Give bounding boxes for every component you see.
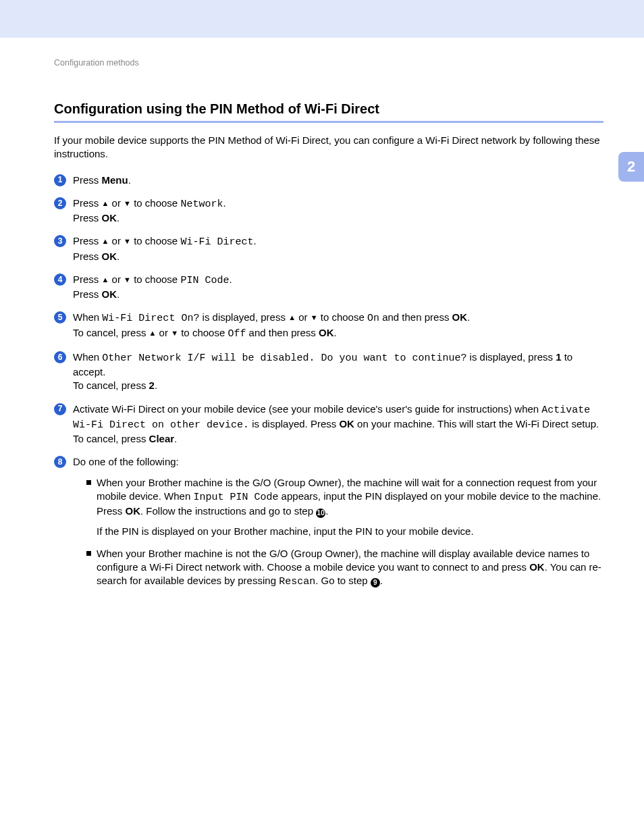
text: If the PIN is displayed on your Brother … (97, 525, 474, 537)
text: or (109, 273, 124, 285)
text: . (155, 380, 157, 391)
bold-ok: OK (452, 311, 468, 323)
text: . (380, 575, 383, 586)
text: . (128, 174, 131, 186)
bold-ok: OK (126, 505, 141, 517)
down-arrow-icon: ▼ (124, 199, 131, 207)
step-badge: 1 (54, 174, 66, 186)
step-7: 7 Activate Wi-Fi Direct on your mobile d… (54, 402, 603, 446)
sub-item: When your Brother machine is not the G/O… (86, 547, 603, 590)
step-body: Press ▲ or ▼ to choose Wi-Fi Direct. Pre… (73, 234, 603, 263)
text: When (73, 311, 102, 323)
mono-text: PIN Code (180, 275, 229, 286)
text: is displayed, press (466, 351, 556, 363)
step-badge: 3 (54, 235, 66, 247)
text: or (109, 197, 124, 209)
step-badge: 4 (54, 273, 66, 286)
text: or (296, 311, 311, 323)
step-3: 3 Press ▲ or ▼ to choose Wi-Fi Direct. P… (54, 234, 603, 263)
down-arrow-icon: ▼ (124, 276, 131, 284)
text: To cancel, press (73, 433, 149, 444)
page-content: Configuration methods Configuration usin… (0, 38, 644, 597)
bold-clear: Clear (149, 433, 175, 444)
text: Press (73, 197, 102, 209)
text: to choose (131, 273, 180, 285)
text: to choose (178, 327, 227, 338)
intro-text: If your mobile device supports the PIN M… (54, 134, 603, 161)
text: . Go to step (315, 575, 371, 586)
text: . (117, 212, 119, 224)
up-arrow-icon: ▲ (102, 237, 109, 245)
text: and then press (379, 311, 452, 323)
text: . (467, 311, 470, 323)
bold-menu: Menu (102, 174, 128, 186)
text: is displayed. Press (249, 418, 339, 429)
step-body: Activate Wi-Fi Direct on your mobile dev… (73, 402, 603, 446)
step-body: Do one of the following: When your Broth… (73, 455, 603, 597)
up-arrow-icon: ▲ (102, 199, 109, 207)
text: Press (73, 235, 102, 246)
text: . (223, 197, 225, 209)
step-body: When Wi-Fi Direct On? is displayed, pres… (73, 311, 603, 341)
sub-body: When your Brother machine is the G/O (Gr… (97, 476, 603, 539)
text: Press (73, 251, 102, 262)
bullet-icon (86, 480, 91, 485)
mono-text: Network (180, 199, 223, 210)
text: When (73, 351, 102, 363)
bold-ok: OK (102, 212, 117, 224)
down-arrow-icon: ▼ (311, 313, 318, 321)
step-8: 8 Do one of the following: When your Bro… (54, 455, 603, 597)
step-ref-badge: 10 (316, 509, 325, 518)
text: Press (73, 212, 102, 224)
bold-one: 1 (556, 351, 561, 363)
up-arrow-icon: ▲ (149, 329, 157, 337)
section-tab: 2 (618, 152, 644, 182)
text: is displayed, press (199, 311, 288, 323)
mono-text: Off (227, 328, 246, 340)
text: . (117, 251, 119, 262)
step-badge: 5 (54, 311, 66, 323)
step-badge: 8 (54, 456, 66, 468)
text: When your Brother machine is not the G/O… (97, 548, 589, 573)
bold-ok: OK (529, 561, 545, 573)
text: Press (73, 288, 102, 300)
step-1: 1 Press Menu. (54, 174, 603, 187)
step-body: Press ▲ or ▼ to choose PIN Code. Press O… (73, 273, 603, 302)
step-6: 6 When Other Network I/F will be disable… (54, 350, 603, 393)
text: Press (73, 174, 102, 186)
text: to choose (131, 197, 180, 209)
text: . Follow the instructions and go to step (140, 505, 316, 517)
bold-two: 2 (149, 380, 155, 391)
page-title: Configuration using the PIN Method of Wi… (54, 101, 603, 117)
step-badge: 7 (54, 403, 66, 415)
text: . (174, 433, 177, 444)
text: on your machine. This will start the Wi-… (354, 418, 599, 429)
text: Do one of the following: (73, 456, 179, 467)
text: . (117, 288, 119, 300)
bold-ok: OK (102, 251, 117, 262)
title-rule (54, 121, 603, 123)
up-arrow-icon: ▲ (102, 276, 109, 284)
text: . (253, 235, 256, 246)
step-ref-badge: 9 (371, 578, 380, 588)
sub-item: When your Brother machine is the G/O (Gr… (86, 476, 603, 539)
step-2: 2 Press ▲ or ▼ to choose Network. Press … (54, 197, 603, 226)
text: . (325, 505, 328, 517)
text: to choose (318, 311, 367, 323)
mono-text: Wi-Fi Direct (180, 236, 253, 248)
text: to choose (131, 235, 180, 246)
text: or (109, 235, 124, 246)
step-body: Press ▲ or ▼ to choose Network. Press OK… (73, 197, 603, 226)
sublist: When your Brother machine is the G/O (Gr… (73, 476, 603, 590)
step-body: When Other Network I/F will be disabled.… (73, 350, 603, 393)
bold-ok: OK (102, 288, 117, 300)
step-badge: 6 (54, 351, 66, 363)
text: . (334, 327, 337, 338)
down-arrow-icon: ▼ (171, 329, 178, 337)
text: . (229, 273, 232, 285)
text: To cancel, press (73, 380, 149, 391)
text: Press (73, 273, 102, 285)
down-arrow-icon: ▼ (124, 237, 131, 245)
bullet-icon (86, 551, 91, 556)
mono-text: Other Network I/F will be disabled. Do y… (102, 353, 466, 364)
